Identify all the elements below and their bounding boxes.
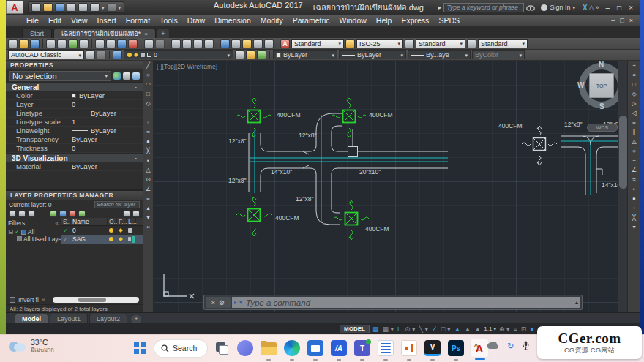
command-field[interactable]: ▸ ▾ ▴	[232, 297, 580, 308]
refresh-icon[interactable]	[123, 211, 130, 217]
menu-view[interactable]: View	[71, 16, 88, 25]
menu-dimension[interactable]: Dimension	[214, 16, 251, 25]
prop-row-linetype-scale[interactable]: Linetype scale 1	[6, 118, 143, 127]
toolbar-toolpalettes-icon[interactable]	[242, 39, 252, 48]
layer-previous-icon[interactable]	[246, 50, 255, 59]
doc-restore-button[interactable]: □	[620, 17, 624, 24]
teams-app-icon[interactable]: T	[353, 339, 372, 358]
minimize-button[interactable]: –	[606, 4, 610, 12]
modify-tool-icon[interactable]: ◇	[630, 91, 638, 99]
undo-dropdown-icon[interactable]: ▾	[102, 5, 105, 10]
layer-search-input[interactable]	[94, 201, 140, 208]
draw-tool-icon[interactable]: ≈	[144, 129, 152, 137]
annotation-scale-button[interactable]: 1:1▾	[484, 325, 496, 332]
toolbar-pan-icon[interactable]	[171, 39, 181, 48]
layer-freeze-icon[interactable]	[119, 237, 123, 241]
workspace-combo[interactable]: AutoCAD Classic▾	[8, 50, 84, 59]
toolbar-3dprint-icon[interactable]	[79, 39, 89, 48]
microphone-icon[interactable]	[523, 341, 529, 352]
viewcube-south[interactable]: S	[599, 102, 604, 110]
modify-tool-icon[interactable]: ▪	[630, 186, 638, 194]
layer-row-0[interactable]: ✓ 0	[61, 226, 143, 235]
layer-freeze-icon[interactable]	[119, 228, 123, 233]
modify-tool-icon[interactable]: ×	[630, 72, 638, 80]
sign-in[interactable]: Sign In ▾	[541, 4, 575, 11]
menu-parametric[interactable]: Parametric	[293, 16, 330, 25]
taskbar-search[interactable]: Search	[154, 339, 208, 358]
modify-tool-icon[interactable]: ●	[630, 196, 638, 203]
table-style-combo[interactable]: Standard▾	[416, 39, 465, 48]
draw-tool-icon[interactable]: ~	[144, 110, 152, 118]
va-app-icon[interactable]: /A	[329, 339, 348, 358]
modify-tool-icon[interactable]: ≈	[630, 177, 638, 184]
statusbar-toggle-icon[interactable]: ▦	[372, 325, 379, 333]
draw-tool-icon[interactable]: ▪	[144, 158, 152, 165]
layer-table-header[interactable]: S.. Name O.. F... L...	[61, 218, 143, 226]
onedrive-icon[interactable]	[487, 342, 498, 351]
photoshop-icon[interactable]: Ps	[446, 339, 465, 358]
statusbar-toggle-icon[interactable]: ⊡	[521, 325, 527, 333]
layer-row-sag[interactable]: ✓ SAG	[61, 235, 143, 244]
prop-row-color[interactable]: Color ByLayer	[6, 91, 143, 100]
draw-tool-icon[interactable]: ≡	[144, 196, 152, 203]
prop-row-linetype[interactable]: Linetype ByLayer	[6, 109, 143, 118]
statusbar-toggle-icon[interactable]: L	[397, 325, 401, 333]
command-input[interactable]	[244, 298, 573, 308]
task-view-button[interactable]	[212, 339, 231, 358]
collapse-viz-icon[interactable]: -	[135, 154, 137, 162]
layer-states-icon[interactable]	[257, 50, 266, 59]
modify-tool-icon[interactable]: ◁	[630, 110, 638, 118]
autodesk-exchange-icon[interactable]: X	[583, 4, 588, 12]
canvas-vscrollbar[interactable]	[618, 61, 627, 312]
selection-combo[interactable]: No selection ▾	[9, 71, 111, 81]
toolbar-zoom-previous-icon[interactable]	[204, 39, 214, 48]
statusbar-toggle-icon[interactable]: ╲ ▾	[419, 325, 428, 333]
toolbar-calculator-icon[interactable]	[264, 39, 274, 48]
tab-layout2[interactable]: Layout2	[89, 314, 127, 323]
table-style-icon[interactable]	[405, 39, 414, 48]
titlebar-overflow-icon[interactable]: »	[596, 4, 599, 11]
lineweight-combo[interactable]: By...aye▾	[408, 50, 471, 59]
toolbar-publish-icon[interactable]	[68, 39, 78, 48]
toolbar-save-icon[interactable]	[30, 39, 40, 48]
collapse-general-icon[interactable]: -	[135, 83, 137, 91]
doc-minimize-button[interactable]: –	[611, 17, 615, 24]
search-play-icon[interactable]: ▸	[438, 4, 442, 11]
prop-row-material[interactable]: Material ByLayer	[6, 162, 143, 171]
v-app-icon[interactable]: V	[423, 339, 442, 358]
new-file-icon[interactable]	[31, 3, 41, 12]
file-explorer-icon[interactable]	[259, 339, 278, 358]
modify-tool-icon[interactable]: ▷	[630, 101, 638, 108]
qat-overflow-icon[interactable]: ▾	[119, 5, 121, 10]
statusbar-toggle-icon[interactable]: ●	[530, 325, 533, 333]
draw-tool-icon[interactable]: ×	[144, 225, 152, 232]
close-button[interactable]: ×	[629, 4, 633, 12]
toolbar-properties-icon[interactable]	[220, 39, 230, 48]
set-current-icon[interactable]	[78, 211, 86, 217]
collapse-filters-icon[interactable]: «	[55, 219, 59, 227]
wcs-menu[interactable]: WCS	[587, 124, 618, 132]
toolbar-copy-icon[interactable]	[106, 39, 116, 48]
color-combo[interactable]: ByLayer▾	[273, 50, 337, 59]
sign-in-dropdown-icon[interactable]: ▾	[572, 5, 575, 10]
redo-icon[interactable]	[107, 3, 116, 12]
draw-tool-icon[interactable]: ╳	[144, 148, 152, 156]
viewcube[interactable]: TOP N S W E	[579, 63, 618, 108]
prop-row-transparency[interactable]: Transparency ByLayer	[6, 135, 143, 144]
prop-row-thickness[interactable]: Thickness 0	[6, 144, 143, 153]
layer-combo[interactable]: 0 ▾	[124, 50, 233, 59]
layer-properties-icon[interactable]	[113, 50, 122, 59]
modify-tool-icon[interactable]: □	[630, 82, 638, 89]
section-general[interactable]: General -	[6, 82, 143, 91]
new-layer-vp-icon[interactable]	[59, 211, 67, 217]
layer-on-icon[interactable]	[109, 228, 113, 233]
modify-tool-icon[interactable]: ∥	[630, 129, 638, 137]
menu-file[interactable]: File	[26, 16, 39, 25]
tab-close-icon[interactable]: ×	[144, 31, 148, 37]
toolbar-designcenter-icon[interactable]	[231, 39, 241, 48]
layer-lock-icon[interactable]	[128, 228, 132, 233]
toolbar-zoom-realtime-icon[interactable]	[182, 39, 192, 48]
command-close-icon[interactable]: ×	[211, 299, 215, 306]
menu-draw[interactable]: Draw	[187, 16, 206, 25]
layer-on-icon[interactable]	[109, 237, 113, 241]
